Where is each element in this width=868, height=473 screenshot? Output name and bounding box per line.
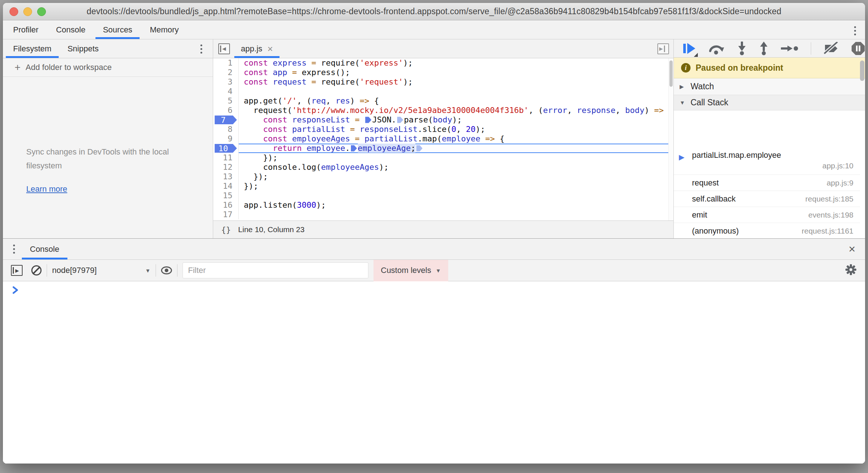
call-stack-frame[interactable]: (anonymous)request.js:1161 <box>674 223 860 238</box>
call-stack-section-header[interactable]: ▼ Call Stack <box>674 95 865 110</box>
console-levels-dropdown[interactable]: Custom levels ▼ <box>374 260 448 281</box>
code-line-14[interactable]: 14}); <box>213 181 673 191</box>
close-drawer-icon[interactable]: × <box>844 239 860 259</box>
line-number[interactable]: 15 <box>213 191 239 200</box>
line-number[interactable]: 5 <box>213 96 239 106</box>
show-console-sidebar-icon[interactable]: ▶ <box>11 265 23 276</box>
line-number[interactable]: 13 <box>213 172 239 181</box>
tab-snippets[interactable]: Snippets <box>59 39 107 58</box>
tab-sources[interactable]: Sources <box>94 21 141 39</box>
code-line-9[interactable]: 9 const employeeAges = partialList.map(e… <box>213 134 673 144</box>
hide-navigator-icon[interactable]: ◀ <box>218 43 230 54</box>
line-number[interactable]: 14 <box>213 181 239 191</box>
code-line-17[interactable]: 17 <box>213 210 673 219</box>
code-line-13[interactable]: 13 }); <box>213 172 673 181</box>
code-line-11[interactable]: 11 }); <box>213 153 673 163</box>
code-line-5[interactable]: 5app.get('/', (req, res) => { <box>213 96 673 106</box>
resume-script-button[interactable] <box>683 43 696 54</box>
console-drawer: Console × ▶ node[97979] ▼ Custom levels … <box>3 238 865 464</box>
code-line-7[interactable]: 7 const responseList = JSON.parse(body); <box>213 115 673 125</box>
titlebar: devtools://devtools/bundled/js_app.html?… <box>3 3 865 20</box>
code-editor[interactable]: 1const express = require('express');2con… <box>213 58 673 220</box>
line-number[interactable]: 11 <box>213 153 239 163</box>
pretty-print-icon[interactable]: {} <box>221 225 231 234</box>
frame-location: request.js:185 <box>805 195 853 203</box>
chevron-down-icon: ▼ <box>435 267 441 274</box>
learn-more-link[interactable]: Learn more <box>26 184 67 194</box>
tab-console[interactable]: Console <box>47 21 94 39</box>
navigator-kebab-icon[interactable] <box>194 42 208 56</box>
frame-location: app.js:9 <box>826 179 853 187</box>
window-title: devtools://devtools/bundled/js_app.html?… <box>3 7 865 16</box>
debugger-scrollbar-thumb[interactable] <box>860 60 864 81</box>
line-number[interactable]: 17 <box>213 210 239 219</box>
code-line-2[interactable]: 2const app = express(); <box>213 68 673 77</box>
code-text: request('http://www.mocky.io/v2/5e1a9abe… <box>239 106 673 115</box>
line-number[interactable]: 1 <box>213 58 239 68</box>
step-into-button[interactable] <box>737 42 747 55</box>
line-number[interactable]: 3 <box>213 77 239 87</box>
continue-to-here-marker-icon[interactable] <box>365 116 371 124</box>
breakpoint-marker[interactable]: 10 <box>213 144 239 153</box>
editor-scrollbar-thumb[interactable] <box>669 60 673 87</box>
line-number[interactable]: 6 <box>213 106 239 115</box>
code-text: const responseList = JSON.parse(body); <box>239 115 673 125</box>
line-number[interactable]: 4 <box>213 87 239 96</box>
continue-to-here-marker-icon[interactable] <box>397 116 403 124</box>
code-line-4[interactable]: 4 <box>213 87 673 96</box>
code-line-1[interactable]: 1const express = require('express'); <box>213 58 673 68</box>
continue-to-here-marker-icon[interactable] <box>351 145 357 152</box>
file-tab-appjs[interactable]: app.js × <box>234 39 279 58</box>
line-number[interactable]: 12 <box>213 163 239 172</box>
tab-drawer-console[interactable]: Console <box>21 239 68 259</box>
line-number[interactable]: 16 <box>213 200 239 210</box>
code-line-6[interactable]: 6 request('http://www.mocky.io/v2/5e1a9a… <box>213 106 673 115</box>
tab-profiler[interactable]: Profiler <box>4 21 47 39</box>
console-settings-gear-icon[interactable] <box>845 263 857 277</box>
line-number[interactable]: 2 <box>213 68 239 77</box>
tab-filesystem[interactable]: Filesystem <box>5 39 59 58</box>
pause-on-exceptions-button[interactable] <box>851 42 865 55</box>
live-expression-eye-icon[interactable] <box>161 266 172 274</box>
editor-status-bar: {} Line 10, Column 23 <box>213 220 673 238</box>
line-number[interactable]: 9 <box>213 134 239 144</box>
code-text <box>239 87 673 96</box>
code-line-12[interactable]: 12 console.log(employeeAges); <box>213 163 673 172</box>
code-text: console.log(employeeAges); <box>239 163 673 172</box>
show-debugger-icon[interactable]: ▶ <box>657 43 669 54</box>
continue-to-here-marker-icon[interactable] <box>416 145 422 152</box>
code-text: const employeeAges = partialList.map(emp… <box>239 134 673 144</box>
code-line-3[interactable]: 3const request = require('request'); <box>213 77 673 87</box>
console-prompt[interactable] <box>3 282 865 298</box>
code-text: const express = require('express'); <box>239 58 673 68</box>
main-menu-kebab-icon[interactable] <box>848 23 862 38</box>
clear-console-icon[interactable] <box>31 265 42 275</box>
editor-scrollbar[interactable] <box>668 58 673 220</box>
console-filter-input[interactable] <box>183 262 368 278</box>
chevron-down-icon: ▼ <box>680 99 691 106</box>
deactivate-breakpoints-button[interactable] <box>824 42 839 55</box>
call-stack-frame[interactable]: emitevents.js:198 <box>674 207 860 223</box>
code-text: }); <box>239 153 673 163</box>
execution-context-selector[interactable]: node[97979] ▼ <box>52 266 150 275</box>
add-folder-to-workspace-button[interactable]: + Add folder to workspace <box>3 58 213 77</box>
code-line-16[interactable]: 16app.listen(3000); <box>213 200 673 210</box>
step-button[interactable] <box>781 44 798 52</box>
watch-section-header[interactable]: ▶ Watch <box>674 78 865 95</box>
step-out-button[interactable] <box>759 42 769 55</box>
line-number[interactable]: 8 <box>213 125 239 134</box>
code-line-10[interactable]: 10 return employee.employeeAge; <box>213 144 673 153</box>
tab-memory[interactable]: Memory <box>141 21 187 39</box>
code-text: app.get('/', (req, res) => { <box>239 96 673 106</box>
code-line-15[interactable]: 15 <box>213 191 673 200</box>
call-stack-frame[interactable]: requestapp.js:9 <box>674 175 860 191</box>
frame-function: (anonymous) <box>692 226 739 236</box>
breakpoint-marker[interactable]: 7 <box>213 115 239 125</box>
console-output[interactable] <box>3 282 865 464</box>
drawer-kebab-icon[interactable] <box>7 239 21 259</box>
code-line-8[interactable]: 8 const partialList = responseList.slice… <box>213 125 673 134</box>
call-stack-frame[interactable]: ▶partialList.map.employeeapp.js:10 <box>674 147 860 175</box>
call-stack-frame[interactable]: self.callbackrequest.js:185 <box>674 191 860 207</box>
close-file-icon[interactable]: × <box>267 44 273 54</box>
step-over-button[interactable] <box>708 42 725 55</box>
